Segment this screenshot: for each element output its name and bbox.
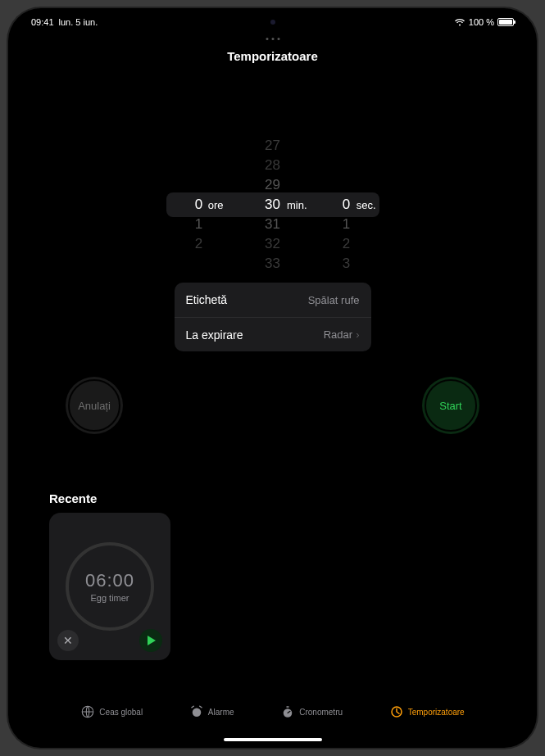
- end-value: Radar: [324, 328, 352, 341]
- page-title: Temporizatoare: [8, 49, 537, 63]
- timer-dial: 06:00 Egg timer: [66, 542, 154, 631]
- stopwatch-icon: [280, 704, 295, 719]
- end-key: La expirare: [186, 328, 243, 342]
- cancel-button[interactable]: Anulați: [66, 377, 123, 434]
- delete-recent-button[interactable]: ✕: [57, 630, 79, 651]
- label-key: Etichetă: [186, 293, 228, 306]
- recent-label: Egg timer: [90, 593, 129, 603]
- close-icon: ✕: [63, 634, 73, 647]
- picker-minutes[interactable]: 27 28 29 30 31 32 33 min.: [240, 139, 306, 270]
- chevron-right-icon: ›: [356, 328, 359, 341]
- multitask-dots[interactable]: [266, 38, 279, 40]
- play-icon: [148, 636, 156, 645]
- svg-point-1: [193, 708, 202, 718]
- battery-percent: 100 %: [469, 17, 494, 27]
- end-sound-row[interactable]: La expirare Radar ›: [175, 317, 371, 351]
- status-time: 09:41: [31, 17, 54, 27]
- picker-seconds[interactable]: 0 1 2 3 sec.: [314, 139, 379, 270]
- minutes-unit: min.: [287, 199, 307, 211]
- tab-timers[interactable]: Temporizatoare: [389, 704, 465, 719]
- tab-alarms[interactable]: Alarme: [189, 704, 234, 719]
- start-button[interactable]: Start: [422, 377, 479, 434]
- home-indicator[interactable]: [224, 738, 322, 741]
- play-recent-button[interactable]: [139, 629, 162, 652]
- tab-world-clock[interactable]: Ceas global: [80, 704, 143, 719]
- label-row[interactable]: Etichetă Spălat rufe: [175, 283, 371, 317]
- timer-icon: [389, 704, 404, 719]
- wifi-icon: [454, 18, 466, 26]
- label-value: Spălat rufe: [308, 294, 360, 306]
- hours-unit: ore: [208, 199, 224, 211]
- battery-icon: [497, 18, 514, 26]
- recent-time: 06:00: [85, 570, 134, 591]
- timer-settings: Etichetă Spălat rufe La expirare Radar ›: [175, 283, 371, 351]
- status-bar: 09:41 lun. 5 iun. 100 %: [8, 8, 537, 31]
- tab-bar: Ceas global Alarme Cronometru Temporizat…: [8, 694, 537, 730]
- globe-icon: [80, 704, 95, 719]
- recent-timer-tile[interactable]: 06:00 Egg timer ✕: [49, 513, 170, 660]
- picker-hours[interactable]: 0 1 2 ore: [166, 139, 232, 270]
- alarm-icon: [189, 704, 204, 719]
- tab-stopwatch[interactable]: Cronometru: [280, 704, 343, 719]
- status-date: lun. 5 iun.: [59, 17, 98, 27]
- svg-rect-3: [287, 706, 289, 708]
- seconds-unit: sec.: [357, 199, 376, 211]
- duration-picker[interactable]: 0 1 2 ore 27 28 29 30 31 32 33 min.: [166, 139, 379, 270]
- recents-heading: Recente: [49, 491, 97, 505]
